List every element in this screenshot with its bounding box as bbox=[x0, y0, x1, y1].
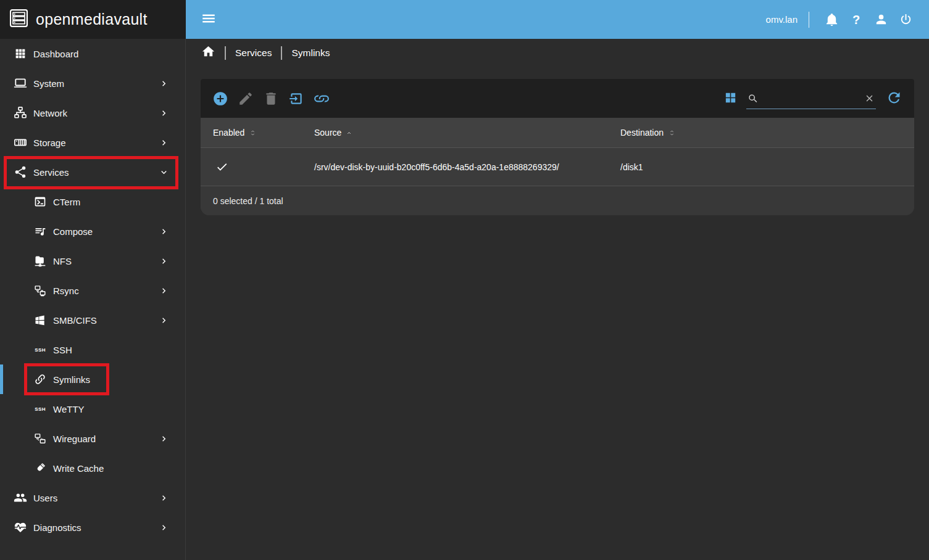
sidebar-item-icon-holder bbox=[13, 521, 28, 534]
chevron-right-icon bbox=[159, 138, 169, 148]
toolbar-right-group bbox=[723, 88, 902, 109]
sidebar-item-chevron bbox=[159, 286, 169, 296]
sidebar-item-icon-holder bbox=[33, 373, 48, 385]
breadcrumb-home[interactable] bbox=[201, 44, 215, 61]
sidebar-item-nfs[interactable]: NFS bbox=[0, 246, 185, 276]
sidebar-item-smb-cifs[interactable]: SMB/CIFS bbox=[0, 305, 185, 335]
chevron-right-icon bbox=[159, 493, 169, 503]
sidebar-item-dashboard[interactable]: Dashboard bbox=[0, 39, 185, 68]
cell-source: /srv/dev-disk-by-uuid-b20c0ff5-6d6b-4a5d… bbox=[302, 162, 608, 172]
hamburger-menu-icon bbox=[201, 10, 217, 27]
openmediavault-app: openmediavault omv.lan ? DashboardSystem… bbox=[0, 0, 929, 560]
sidebar-item-services[interactable]: Services bbox=[0, 157, 185, 187]
sidebar-item-icon-holder bbox=[13, 165, 28, 179]
usb-drive-icon bbox=[34, 462, 46, 474]
sidebar-item-storage[interactable]: Storage bbox=[0, 128, 185, 157]
chevron-right-icon bbox=[159, 108, 169, 118]
sidebar-item-chevron bbox=[159, 108, 169, 118]
active-item-indicator bbox=[0, 364, 3, 394]
selection-summary: 0 selected / 1 total bbox=[213, 196, 283, 206]
sidebar-item-wireguard[interactable]: Wireguard bbox=[0, 424, 185, 453]
sidebar-item-label: Rsync bbox=[53, 286, 79, 296]
chevron-right-icon bbox=[159, 226, 169, 237]
sidebar-item-chevron bbox=[159, 256, 169, 266]
topbar: omv.lan ? bbox=[186, 0, 929, 39]
sidebar-item-icon-holder bbox=[33, 225, 48, 237]
column-header-label: Destination bbox=[620, 128, 664, 138]
chevron-right-icon bbox=[159, 78, 169, 89]
magnify-icon bbox=[748, 93, 759, 104]
breadcrumb: ServicesSymlinks bbox=[186, 39, 929, 67]
hostname-label: omv.lan bbox=[766, 14, 798, 25]
sidebar-item-compose[interactable]: Compose bbox=[0, 216, 185, 246]
breadcrumb-item-services[interactable]: Services bbox=[235, 47, 272, 59]
chevron-right-icon bbox=[159, 256, 169, 266]
table-row[interactable]: /srv/dev-disk-by-uuid-b20c0ff5-6d6b-4a5d… bbox=[201, 147, 914, 186]
import-icon bbox=[288, 91, 304, 107]
help-icon: ? bbox=[852, 14, 860, 26]
nas-icon bbox=[14, 136, 27, 149]
create-link-button[interactable] bbox=[314, 91, 330, 107]
symlinks-panel: EnabledSourceDestination /srv/dev-disk-b… bbox=[201, 79, 914, 215]
sidebar-item-chevron bbox=[159, 78, 169, 89]
column-settings-button[interactable] bbox=[723, 91, 738, 106]
sidebar-item-label: Users bbox=[33, 493, 57, 503]
omv-logo-icon bbox=[9, 9, 28, 30]
logout-button[interactable] bbox=[898, 12, 913, 27]
sidebar-item-label: Symlinks bbox=[53, 374, 90, 385]
close-icon bbox=[864, 93, 875, 104]
sidebar-item-label: Services bbox=[33, 167, 69, 178]
column-header-label: Source bbox=[314, 128, 341, 138]
sidebar-nav: DashboardSystemNetworkStorageServicesCTe… bbox=[0, 39, 186, 560]
sidebar-item-rsync[interactable]: Rsync bbox=[0, 276, 185, 305]
column-header-destination[interactable]: Destination bbox=[608, 128, 914, 138]
sidebar-item-icon-holder: SSH bbox=[33, 406, 48, 412]
sort-icon-holder bbox=[249, 129, 257, 137]
ssh-badge-icon: SSH bbox=[35, 406, 46, 412]
notifications-button[interactable] bbox=[824, 12, 839, 27]
reload-icon bbox=[886, 89, 902, 108]
add-button[interactable] bbox=[212, 91, 228, 107]
hamburger-menu-icon bbox=[201, 10, 217, 28]
import-button[interactable] bbox=[288, 91, 304, 107]
panel-toolbar bbox=[201, 79, 914, 118]
breadcrumb-item-symlinks[interactable]: Symlinks bbox=[291, 47, 330, 59]
sort-icon-holder bbox=[668, 129, 676, 137]
help-button[interactable]: ? bbox=[849, 12, 864, 27]
sidebar-item-write-cache[interactable]: Write Cache bbox=[0, 453, 185, 483]
search-icon bbox=[748, 93, 759, 104]
search-input[interactable] bbox=[746, 88, 876, 109]
link-chain-icon bbox=[34, 373, 46, 385]
chevron-right-icon bbox=[159, 434, 169, 444]
sidebar-item-chevron bbox=[159, 522, 169, 533]
hosts-sync-icon bbox=[34, 284, 46, 297]
sidebar-item-icon-holder bbox=[13, 136, 28, 149]
sidebar-item-icon-holder bbox=[13, 76, 28, 90]
sidebar-item-icon-holder bbox=[13, 106, 28, 120]
sidebar-item-label: WeTTY bbox=[53, 404, 85, 414]
sidebar-item-symlinks[interactable]: Symlinks bbox=[0, 364, 185, 394]
sidebar-item-diagnostics[interactable]: Diagnostics bbox=[0, 513, 185, 542]
sidebar-item-cterm[interactable]: CTerm bbox=[0, 187, 185, 216]
sidebar-item-icon-holder: SSH bbox=[33, 347, 48, 353]
link-icon bbox=[314, 91, 330, 107]
chevron-down-icon bbox=[159, 167, 169, 178]
sidebar-item-system[interactable]: System bbox=[0, 68, 185, 98]
search-clear-button[interactable] bbox=[864, 93, 875, 105]
sidebar-item-label: Diagnostics bbox=[33, 522, 81, 533]
sidebar-item-wetty[interactable]: SSHWeTTY bbox=[0, 394, 185, 424]
column-header-source[interactable]: Source bbox=[302, 128, 608, 138]
sidebar-item-network[interactable]: Network bbox=[0, 98, 185, 128]
user-menu-button[interactable] bbox=[873, 12, 888, 27]
menu-toggle-button[interactable] bbox=[201, 12, 217, 28]
topbar-icon-group: ? bbox=[814, 12, 913, 27]
column-header-enabled[interactable]: Enabled bbox=[201, 128, 302, 138]
chevron-right-icon bbox=[159, 286, 169, 296]
toolbar-button-group bbox=[212, 91, 339, 107]
sidebar-item-ssh[interactable]: SSHSSH bbox=[0, 335, 185, 364]
sort-ascending-icon-holder bbox=[346, 130, 352, 136]
sidebar-item-icon-holder bbox=[33, 462, 48, 474]
table-footer: 0 selected / 1 total bbox=[201, 186, 914, 215]
sidebar-item-users[interactable]: Users bbox=[0, 483, 185, 513]
reload-button[interactable] bbox=[886, 90, 902, 107]
